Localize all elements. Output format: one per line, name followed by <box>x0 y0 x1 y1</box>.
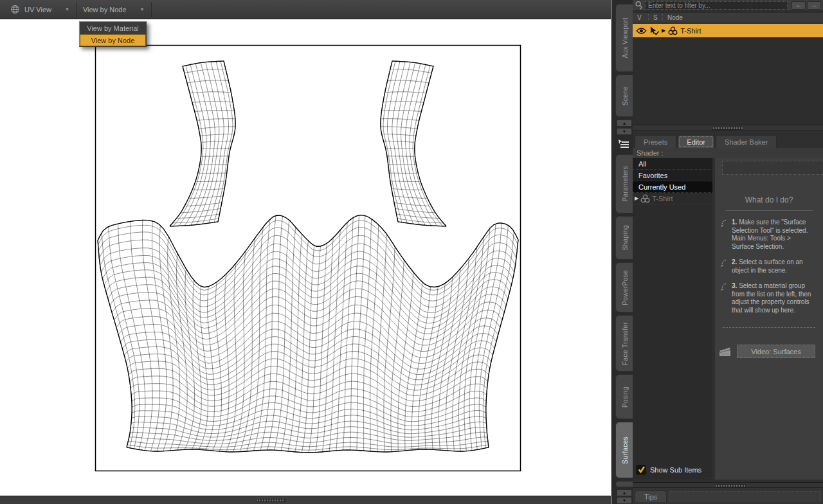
video-row: Video: Surfaces <box>715 345 823 358</box>
pane-down-button[interactable]: ▼ <box>617 128 632 135</box>
right-dock: ← → V S Node ▶ <box>633 0 823 504</box>
uv-view-toolbar: UV View ▼ View by Node ▼ <box>0 0 611 19</box>
surfaces-pane: Presets Editor Shader Baker Shader : All… <box>633 131 823 482</box>
surfaces-tab-row: Presets Editor Shader Baker <box>635 135 777 148</box>
side-tab-face-transfer[interactable]: Face Transfer <box>615 315 634 372</box>
column-visibility[interactable]: V <box>633 14 648 21</box>
chevron-down-icon: ▼ <box>65 7 69 12</box>
show-sub-items-label: Show Sub Items <box>650 466 701 474</box>
property-search-row <box>715 158 823 175</box>
arrow-down-icon: ▼ <box>622 129 627 134</box>
scene-pane: ← → V S Node ▶ <box>633 0 823 125</box>
side-tab-surfaces[interactable]: Surfaces <box>615 422 634 478</box>
arrow-up-icon: ▲ <box>622 491 627 495</box>
daz-studio-window: UV View ▼ View by Node ▼ View by Materia… <box>0 0 823 504</box>
tips-bar-spacer <box>669 491 821 501</box>
side-tab-aux-viewport[interactable]: Aux Viewport <box>615 4 634 72</box>
filter-item-favorites[interactable]: Favorites <box>633 170 712 181</box>
shader-label: Shader : <box>633 148 823 158</box>
swirl-arrow-icon <box>719 258 732 274</box>
help-step-text: 3. Select a material group from the list… <box>732 282 822 314</box>
help-step: 3. Select a material group from the list… <box>719 282 822 314</box>
scene-node-row-tshirt[interactable]: ▶ T-Shirt <box>633 24 823 37</box>
tab-presets[interactable]: Presets <box>635 135 676 148</box>
help-step-text: 1. Make sure the "Surface Selection Tool… <box>732 219 822 251</box>
arrow-down-icon: ▼ <box>622 498 627 503</box>
tab-editor[interactable]: Editor <box>678 135 714 148</box>
uv-view-dropdown[interactable]: UV View ▼ <box>4 2 77 17</box>
pane-divider <box>633 125 823 131</box>
eye-icon[interactable] <box>636 27 647 35</box>
show-sub-items-row: Show Sub Items <box>637 465 701 474</box>
node-icon <box>668 26 678 35</box>
dashed-divider <box>723 327 815 328</box>
view-mode-dropdown[interactable]: View by Node ▼ <box>77 2 152 17</box>
pane-resize-handle[interactable] <box>712 127 743 130</box>
video-surfaces-button[interactable]: Video: Surfaces <box>737 345 815 358</box>
pane-options-icon[interactable] <box>617 138 630 150</box>
pane-up-button[interactable]: ▲ <box>617 120 632 127</box>
search-icon[interactable] <box>635 1 645 10</box>
shader-tree-item-tshirt[interactable]: ▶ T-Shirt <box>633 193 712 204</box>
material-group-list: All Favorites Currently Used ▶ T-Shirt <box>633 158 712 480</box>
filter-forward-button[interactable]: → <box>807 1 821 10</box>
side-tab-clipped[interactable] <box>615 481 634 487</box>
show-sub-items-checkbox[interactable] <box>637 465 646 474</box>
pane-resize-handle[interactable] <box>256 499 285 502</box>
tab-shader-baker[interactable]: Shader Baker <box>716 135 777 148</box>
expand-triangle-icon[interactable]: ▶ <box>662 28 665 33</box>
menu-item-view-by-material[interactable]: View by Material <box>80 22 146 34</box>
filter-back-button[interactable]: ← <box>791 1 806 10</box>
swirl-arrow-icon <box>719 282 732 314</box>
side-tab-parameters[interactable]: Parameters <box>615 154 634 213</box>
view-mode-menu: View by Material View by Node <box>79 21 147 47</box>
chevron-down-icon: ▼ <box>140 7 145 12</box>
view-mode-label: View by Node <box>83 6 127 14</box>
scene-tree-header: V S Node <box>633 13 823 22</box>
tabs-scroll-down-button[interactable]: ▼ <box>617 497 632 504</box>
expand-triangle-icon[interactable]: ▶ <box>635 195 638 201</box>
tabs-scroll-up-button[interactable]: ▲ <box>617 489 632 496</box>
column-node[interactable]: Node <box>662 14 823 21</box>
uv-viewport[interactable] <box>0 19 611 496</box>
help-step: 2. Select a surface on an object in the … <box>719 258 822 274</box>
scene-filter-row: ← → <box>633 0 823 10</box>
node-label: T-Shirt <box>680 27 701 35</box>
tips-bar: Tips <box>633 487 823 504</box>
side-tab-powerpose[interactable]: PowerPose <box>615 262 634 312</box>
menu-item-view-by-node[interactable]: View by Node <box>80 34 146 46</box>
property-search-input[interactable] <box>722 161 823 175</box>
pointer-check-icon[interactable] <box>649 26 659 35</box>
tree-item-label: T-Shirt <box>652 195 673 203</box>
side-tab-shaping[interactable]: Shaping <box>615 216 634 260</box>
clapperboard-icon <box>719 346 732 357</box>
side-tab-strip: Aux Viewport Scene ▲ ▼ Parameters Shapin… <box>611 0 633 504</box>
arrow-left-icon: ← <box>796 2 802 8</box>
help-step-text: 2. Select a surface on an object in the … <box>732 258 822 274</box>
filter-item-currently-used[interactable]: Currently Used <box>633 181 712 193</box>
filter-item-all[interactable]: All <box>633 158 712 170</box>
side-tab-posing[interactable]: Posing <box>615 374 634 419</box>
property-panel: What do I do? 1. Make sure the "Surface … <box>715 158 823 480</box>
tab-tips[interactable]: Tips <box>635 491 667 502</box>
globe-icon <box>10 4 20 14</box>
check-icon <box>637 465 646 474</box>
help-title: What do I do? <box>715 195 823 204</box>
swirl-arrow-icon <box>719 219 732 251</box>
uv-mesh-canvas <box>0 19 611 496</box>
bottom-pane-divider <box>0 496 612 504</box>
help-steps: 1. Make sure the "Surface Selection Tool… <box>715 211 823 314</box>
column-selection[interactable]: S <box>648 14 662 21</box>
help-step: 1. Make sure the "Surface Selection Tool… <box>719 219 822 251</box>
arrow-right-icon: → <box>811 2 817 8</box>
arrow-up-icon: ▲ <box>622 121 627 125</box>
node-icon <box>640 194 650 203</box>
side-tab-scene[interactable]: Scene <box>615 75 634 117</box>
uv-view-label: UV View <box>24 6 51 14</box>
chevron-down-icon <box>640 8 642 10</box>
scene-filter-input[interactable] <box>645 1 788 10</box>
